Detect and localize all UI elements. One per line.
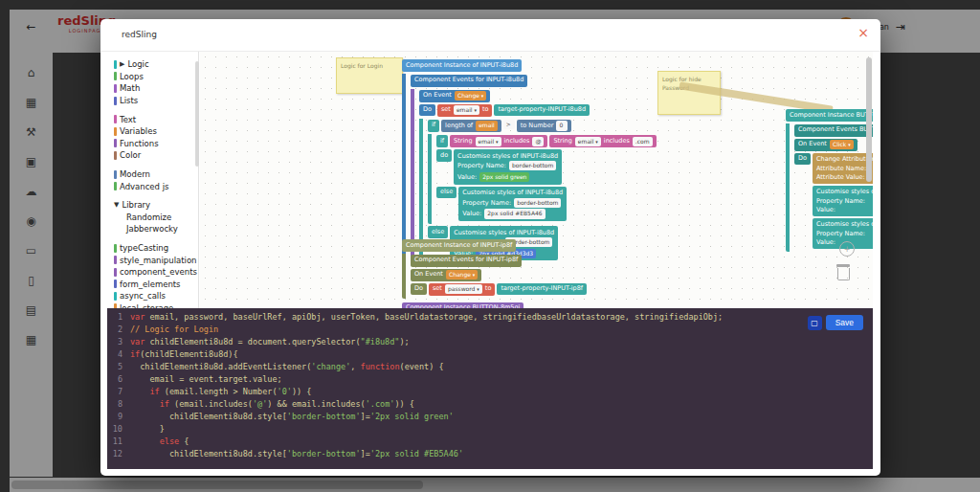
toolbox-item-style-manipulation[interactable]: style_manipulation: [114, 254, 198, 266]
toolbox-item-randomize[interactable]: Randomize: [114, 212, 198, 224]
blocks-canvas[interactable]: Logic for Login Logic for hide Password …: [200, 52, 873, 308]
event-dropdown[interactable]: Change ▾: [446, 270, 478, 280]
block-component-instance[interactable]: Component Instance of INPUT-i8u8d: [402, 59, 522, 72]
block-change-attribute[interactable]: Change Attribute of stellar Attribute Na…: [813, 153, 873, 184]
block-set-variable[interactable]: set password ▾ to: [429, 283, 495, 296]
code-text[interactable]: var email, password, baseUrlRef, apiObj,…: [130, 311, 723, 324]
variable-chip[interactable]: email ▾: [476, 137, 501, 146]
line-number: 10: [107, 423, 122, 436]
toolbox-scrollbar[interactable]: [195, 61, 199, 167]
variable-dropdown[interactable]: email ▾: [454, 105, 479, 115]
block-component-events[interactable]: Component Events BUTTON-8m5qj: [794, 124, 873, 137]
block-customise-styles[interactable]: Customise styles of stellar Property Nam…: [813, 186, 873, 216]
save-icon[interactable]: ▢: [808, 316, 822, 330]
value-chip[interactable]: 2px solid #EB5A46: [484, 209, 545, 218]
code-text[interactable]: email = event.target.value;: [130, 373, 282, 386]
block-customise-styles[interactable]: Customise styles of INPUT-i8u8d Property…: [458, 187, 567, 221]
block-customise-styles[interactable]: Customise styles of INPUT-i8u8d Property…: [454, 149, 562, 184]
block-target-property[interactable]: target-property-INPUT-ip8f: [497, 283, 587, 296]
toolbox-item-form-elements[interactable]: form_elements: [114, 279, 198, 291]
toolbox-item-label: Logic: [127, 59, 148, 69]
toolbox-item-color[interactable]: Color: [114, 149, 198, 162]
block-on-event[interactable]: On Event Change ▾: [411, 269, 481, 281]
block-component-events[interactable]: Component Events for INPUT-i8u8d: [411, 75, 527, 87]
value-chip[interactable]: .com: [633, 137, 653, 146]
code-text[interactable]: else {: [130, 436, 189, 448]
code-text[interactable]: if(childElementi8u8d){: [130, 348, 238, 361]
block-group-button-8m5qj[interactable]: Component Instance BUTTON-8m5qj Componen…: [786, 109, 873, 252]
event-dropdown[interactable]: Change ▾: [455, 91, 486, 101]
block-if-label[interactable]: if: [436, 135, 448, 147]
category-color-chip: [114, 256, 117, 264]
block-component-events[interactable]: Component Events for INPUT-ip8f: [411, 255, 522, 267]
chevron-down-icon: ▾: [481, 93, 484, 99]
code-line: 4if(childElementi8u8d){: [107, 348, 873, 361]
close-icon[interactable]: ×: [858, 26, 869, 39]
variable-chip[interactable]: email ▾: [575, 137, 601, 146]
save-button[interactable]: Save: [826, 315, 863, 330]
toolbox-item-typecasting[interactable]: typeCasting: [114, 242, 198, 255]
comment-note[interactable]: Logic for Login: [336, 57, 403, 94]
block-events-wrapper: Component Events for INPUT-ip8f On Event…: [402, 254, 587, 299]
toolbox-item-loops[interactable]: Loops: [114, 71, 198, 83]
code-text[interactable]: }: [130, 423, 165, 436]
block-string-includes[interactable]: String email ▾ includes @: [450, 135, 547, 147]
block-do-label[interactable]: do: [436, 149, 452, 162]
toolbox-item-library[interactable]: ▼Library: [114, 199, 198, 212]
toolbox-item-component-events[interactable]: component_events: [114, 266, 198, 279]
variable-dropdown[interactable]: password ▾: [445, 284, 482, 294]
recenter-icon[interactable]: +: [839, 241, 855, 257]
block-do-label[interactable]: Do: [794, 153, 811, 166]
number-chip[interactable]: 0: [556, 121, 568, 130]
block-target-property[interactable]: target-property-INPUT-i8u8d: [494, 104, 590, 117]
block-component-instance[interactable]: Component Instance of INPUT-ip8f: [402, 239, 516, 252]
block-group-input-i8u8d[interactable]: Component Instance of INPUT-i8u8d Compon…: [402, 59, 657, 269]
toolbox-item-text[interactable]: Text: [114, 113, 198, 125]
property-chip[interactable]: border-bottom: [514, 198, 561, 208]
block-string-includes[interactable]: String email ▾ includes .com: [549, 135, 656, 147]
block-do-label[interactable]: Do: [419, 104, 435, 117]
toolbox-item-math[interactable]: Math: [114, 82, 198, 95]
property-chip[interactable]: border-bottom: [509, 161, 556, 170]
variable-chip[interactable]: email: [476, 121, 498, 130]
toolbox-item-lists[interactable]: Lists: [114, 95, 198, 107]
comparison-dropdown[interactable]: >: [503, 120, 515, 129]
toolbox-item-async-calls[interactable]: async_calls: [114, 290, 198, 302]
block-set-variable[interactable]: set email ▾ to: [437, 104, 492, 117]
code-text[interactable]: // Logic for Login: [130, 324, 218, 336]
block-group-input-ip8f[interactable]: Component Instance of INPUT-ip8f Compone…: [402, 239, 587, 308]
block-length-of[interactable]: length of email: [441, 120, 501, 132]
code-text[interactable]: childElementi8u8d.style['border-bottom']…: [130, 411, 454, 423]
block-else-label[interactable]: else: [436, 187, 457, 199]
block-do-label[interactable]: Do: [411, 283, 427, 296]
toolbox-item-label: Randomize: [126, 212, 171, 222]
value-chip[interactable]: @: [532, 137, 544, 146]
block-component-instance[interactable]: Component Instance BUTTON-8m5qj: [786, 109, 873, 122]
toolbox-item-modern[interactable]: Modern: [114, 168, 198, 181]
code-text[interactable]: childElementi8u8d.addEventListener('chan…: [130, 361, 444, 373]
code-text[interactable]: childElementi8u8d.style['border-bottom']…: [130, 448, 463, 460]
toolbox-item-jabberwocky[interactable]: Jabberwocky: [114, 223, 198, 235]
toolbox-item-advanced-js[interactable]: Advanced js: [114, 180, 198, 192]
code-line: 9 childElementi8u8d.style['border-bottom…: [107, 411, 873, 423]
block-on-event[interactable]: On Event Click ▾: [794, 139, 858, 151]
line-number: 5: [107, 361, 122, 373]
toolbox-item-label: async_calls: [120, 291, 166, 301]
block-on-event[interactable]: On Event Change ▾: [419, 90, 490, 102]
code-text[interactable]: if (email.length > Number('0')) {: [130, 386, 311, 398]
code-line: 10 }: [107, 423, 873, 436]
toolbox-item-label: Color: [120, 150, 141, 160]
toolbox-item-logic[interactable]: ▶Logic: [114, 58, 198, 71]
event-dropdown[interactable]: Click ▾: [830, 140, 854, 149]
canvas-vertical-scrollbar[interactable]: [866, 57, 872, 182]
block-to-number[interactable]: to Number 0: [517, 120, 572, 132]
code-text[interactable]: if (email.includes('@') && email.include…: [130, 398, 414, 411]
toolbox-item-functions[interactable]: Functions: [114, 138, 198, 150]
block-title: Change Attribute of stellar: [816, 155, 873, 163]
code-text[interactable]: var childElementi8u8d = document.querySe…: [130, 336, 410, 348]
block-if-label[interactable]: if: [428, 120, 439, 132]
toolbox-item-variables[interactable]: Variables: [114, 125, 198, 138]
value-chip[interactable]: 2px solid green: [479, 172, 529, 182]
block-else-label[interactable]: else: [428, 226, 448, 238]
trash-icon[interactable]: [835, 264, 851, 281]
